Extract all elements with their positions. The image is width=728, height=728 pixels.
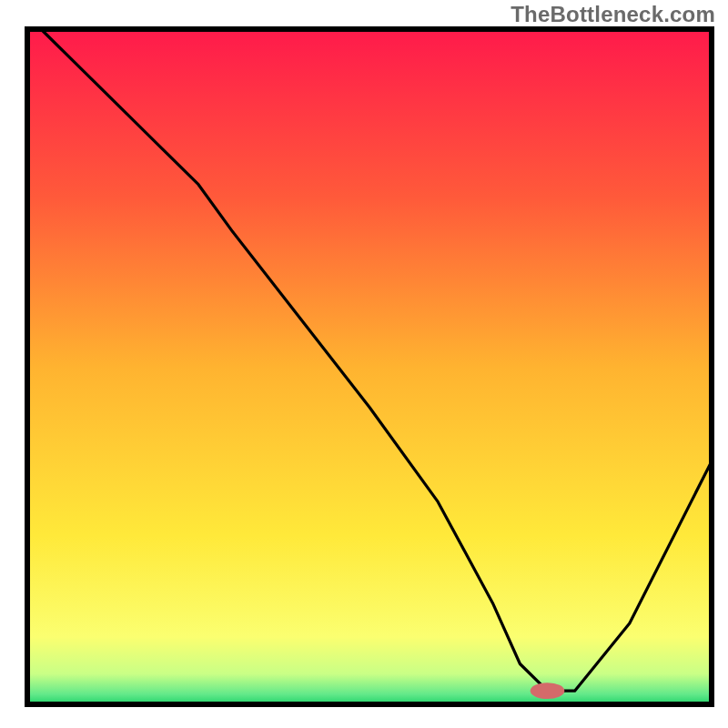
watermark-text: TheBottleneck.com [511, 2, 715, 27]
plot-background [27, 29, 712, 704]
target-marker [531, 682, 565, 699]
bottleneck-chart [0, 0, 728, 728]
chart-frame: TheBottleneck.com [0, 0, 728, 728]
